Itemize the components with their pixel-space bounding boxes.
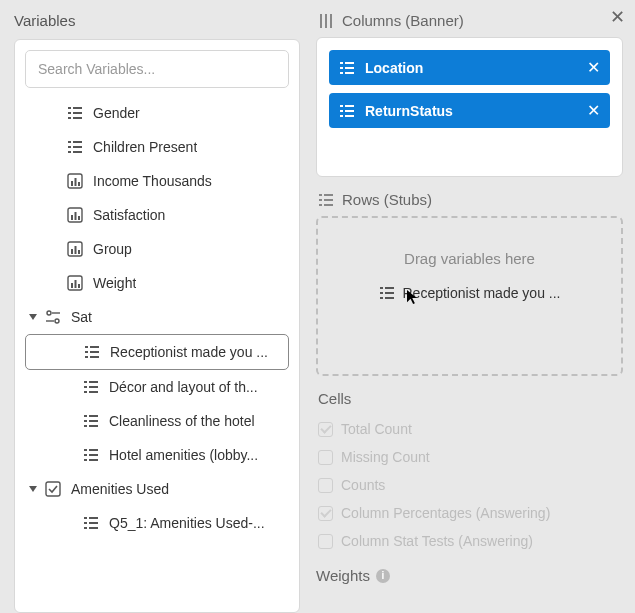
cells-option[interactable]: Column Percentages (Answering) <box>316 499 623 527</box>
variables-panel: GenderChildren PresentIncome ThousandsSa… <box>14 39 300 613</box>
variable-label: Amenities Used <box>71 481 169 497</box>
variable-item[interactable]: Receptionist made you ... <box>25 334 289 370</box>
column-pill[interactable]: Location✕ <box>329 50 610 85</box>
drag-ghost-label: Receptionist made you ... <box>403 285 561 301</box>
info-icon[interactable]: i <box>376 569 390 583</box>
variables-list: GenderChildren PresentIncome ThousandsSa… <box>25 96 289 602</box>
cursor-icon <box>407 289 421 305</box>
variable-label: Children Present <box>93 139 197 155</box>
variable-label: Sat <box>71 309 92 325</box>
variable-label: Q5_1: Amenities Used-... <box>109 515 265 531</box>
rows-dropzone[interactable]: Drag variables here Receptionist made yo… <box>316 216 623 376</box>
variable-item[interactable]: Gender <box>25 96 289 130</box>
cells-option-label: Total Count <box>341 421 412 437</box>
columns-dropzone[interactable]: Location✕ReturnStatus✕ <box>316 37 623 177</box>
weights-title: Weights <box>316 567 370 584</box>
variable-item[interactable]: Q5_1: Amenities Used-... <box>25 506 289 540</box>
variable-label: Cleanliness of the hotel <box>109 413 255 429</box>
weights-header: Weights i <box>316 567 623 584</box>
list-icon <box>83 413 99 429</box>
cells-option[interactable]: Column Stat Tests (Answering) <box>316 527 623 555</box>
rows-icon <box>318 192 334 208</box>
cells-section: Cells Total CountMissing CountCountsColu… <box>316 390 623 555</box>
list-icon <box>83 379 99 395</box>
variable-item[interactable]: Weight <box>25 266 289 300</box>
list-icon <box>67 139 83 155</box>
checkbox[interactable] <box>318 450 333 465</box>
chevron-down-icon[interactable] <box>29 314 37 320</box>
variable-item[interactable]: Sat <box>25 300 289 334</box>
variable-label: Income Thousands <box>93 173 212 189</box>
variable-item[interactable]: Amenities Used <box>25 472 289 506</box>
variable-item[interactable]: Cleanliness of the hotel <box>25 404 289 438</box>
list-icon <box>67 105 83 121</box>
list-icon <box>84 344 100 360</box>
variable-label: Receptionist made you ... <box>110 344 268 360</box>
column-pill-label: ReturnStatus <box>365 103 587 119</box>
variable-item[interactable]: Satisfaction <box>25 198 289 232</box>
bar-icon <box>67 241 83 257</box>
rows-title: Rows (Stubs) <box>342 191 432 208</box>
cells-option[interactable]: Missing Count <box>316 443 623 471</box>
column-pill-label: Location <box>365 60 587 76</box>
checkbox[interactable] <box>318 478 333 493</box>
list-icon <box>339 60 355 76</box>
checkbox[interactable] <box>318 422 333 437</box>
cells-title: Cells <box>318 390 623 407</box>
checkbox[interactable] <box>318 506 333 521</box>
search-input[interactable] <box>25 50 289 88</box>
columns-header: Columns (Banner) <box>318 12 623 29</box>
variable-item[interactable]: Children Present <box>25 130 289 164</box>
list-icon <box>83 515 99 531</box>
bar-icon <box>67 207 83 223</box>
list-icon <box>339 103 355 119</box>
variable-label: Hotel amenities (lobby... <box>109 447 258 463</box>
variable-item[interactable]: Group <box>25 232 289 266</box>
bar-icon <box>67 275 83 291</box>
rows-header: Rows (Stubs) <box>318 191 623 208</box>
column-pill[interactable]: ReturnStatus✕ <box>329 93 610 128</box>
variable-label: Group <box>93 241 132 257</box>
cells-option[interactable]: Total Count <box>316 415 623 443</box>
columns-title: Columns (Banner) <box>342 12 464 29</box>
cells-option-label: Column Percentages (Answering) <box>341 505 550 521</box>
bar-icon <box>67 173 83 189</box>
list-icon <box>83 447 99 463</box>
checkbox[interactable] <box>318 534 333 549</box>
check-icon <box>45 481 61 497</box>
remove-pill-icon[interactable]: ✕ <box>587 58 600 77</box>
remove-pill-icon[interactable]: ✕ <box>587 101 600 120</box>
variable-label: Satisfaction <box>93 207 165 223</box>
variable-item[interactable]: Hotel amenities (lobby... <box>25 438 289 472</box>
variable-item[interactable]: Income Thousands <box>25 164 289 198</box>
cells-option-label: Missing Count <box>341 449 430 465</box>
drag-ghost-item: Receptionist made you ... <box>379 285 561 301</box>
columns-icon <box>318 13 334 29</box>
cells-option-label: Column Stat Tests (Answering) <box>341 533 533 549</box>
variable-item[interactable]: Décor and layout of th... <box>25 370 289 404</box>
variable-label: Gender <box>93 105 140 121</box>
list-icon <box>379 285 395 301</box>
chevron-down-icon[interactable] <box>29 486 37 492</box>
cells-option-label: Counts <box>341 477 385 493</box>
variables-title: Variables <box>14 12 300 29</box>
variable-label: Weight <box>93 275 136 291</box>
sliders-icon <box>45 309 61 325</box>
variable-label: Décor and layout of th... <box>109 379 258 395</box>
cells-option[interactable]: Counts <box>316 471 623 499</box>
rows-placeholder: Drag variables here <box>404 250 535 267</box>
